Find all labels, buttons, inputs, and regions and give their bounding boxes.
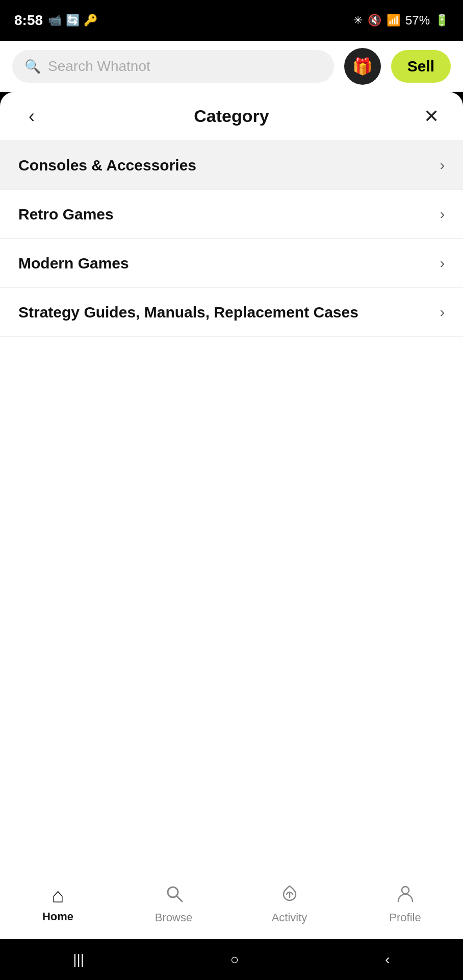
android-home-btn[interactable]: ○	[230, 951, 239, 968]
nav-item-home[interactable]: ⌂ Home	[0, 884, 116, 923]
gift-button[interactable]: 🎁	[344, 48, 381, 85]
battery-text: 57%	[405, 13, 430, 28]
sell-label: Sell	[407, 58, 434, 75]
bottom-nav: ⌂ Home Browse Activity Profi	[0, 868, 463, 939]
category-item-modern[interactable]: Modern Games ›	[0, 239, 463, 288]
wifi-icon: 🔄	[66, 14, 80, 27]
profile-icon	[395, 883, 416, 908]
nav-item-activity[interactable]: Activity	[232, 883, 347, 924]
signal-icon: 📶	[387, 14, 400, 27]
chevron-right-icon: ›	[440, 304, 445, 321]
close-button[interactable]: ✕	[418, 103, 445, 130]
app-header: 🔍 Search Whatnot 🎁 Sell	[0, 41, 463, 92]
category-label-modern: Modern Games	[18, 255, 129, 272]
modal-header: ‹ Category ✕	[0, 92, 463, 141]
battery-icon: 🔋	[435, 14, 449, 27]
search-input-placeholder: Search Whatnot	[48, 58, 150, 75]
svg-point-3	[402, 887, 409, 894]
empty-area	[0, 525, 463, 909]
category-label-strategy: Strategy Guides, Manuals, Replacement Ca…	[18, 304, 358, 321]
category-item-strategy[interactable]: Strategy Guides, Manuals, Replacement Ca…	[0, 288, 463, 337]
mute-icon: 🔇	[368, 14, 381, 27]
category-list: Consoles & Accessories › Retro Games › M…	[0, 141, 463, 525]
back-button[interactable]: ‹	[18, 103, 45, 130]
gift-icon: 🎁	[352, 57, 373, 76]
nav-item-browse[interactable]: Browse	[116, 883, 232, 924]
android-menu-btn[interactable]: |||	[73, 951, 84, 968]
chevron-right-icon: ›	[440, 206, 445, 223]
home-icon: ⌂	[52, 884, 64, 907]
search-bar[interactable]: 🔍 Search Whatnot	[12, 50, 334, 83]
search-icon: 🔍	[24, 59, 41, 75]
browse-icon	[164, 883, 184, 908]
bluetooth-icon: ✳	[353, 14, 363, 27]
android-back-btn[interactable]: ‹	[385, 951, 390, 968]
video-icon: 📹	[48, 14, 62, 27]
chevron-right-icon: ›	[440, 255, 445, 272]
status-left: 8:58 📹 🔄 🔑	[14, 12, 97, 29]
nav-label-activity: Activity	[272, 911, 307, 924]
category-item-retro[interactable]: Retro Games ›	[0, 190, 463, 239]
category-modal: ‹ Category ✕ Consoles & Accessories › Re…	[0, 92, 463, 980]
nav-label-profile: Profile	[389, 911, 421, 924]
modal-title: Category	[194, 106, 269, 126]
status-time: 8:58	[14, 12, 43, 29]
status-right: ✳ 🔇 📶 57% 🔋	[353, 13, 449, 28]
back-icon: ‹	[29, 106, 35, 127]
nav-label-browse: Browse	[155, 911, 192, 924]
key-icon: 🔑	[84, 14, 97, 27]
nav-label-home: Home	[42, 910, 73, 923]
status-bar: 8:58 📹 🔄 🔑 ✳ 🔇 📶 57% 🔋	[0, 0, 463, 41]
chevron-right-icon: ›	[440, 157, 445, 174]
category-label-retro: Retro Games	[18, 206, 114, 223]
activity-icon	[279, 883, 300, 908]
svg-line-1	[176, 896, 182, 901]
category-label-consoles: Consoles & Accessories	[18, 157, 196, 174]
status-icons: 📹 🔄 🔑	[48, 14, 97, 27]
android-nav: ||| ○ ‹	[0, 939, 463, 980]
nav-item-profile[interactable]: Profile	[347, 883, 463, 924]
close-icon: ✕	[424, 106, 439, 127]
sell-button[interactable]: Sell	[391, 50, 451, 83]
category-item-consoles[interactable]: Consoles & Accessories ›	[0, 141, 463, 190]
